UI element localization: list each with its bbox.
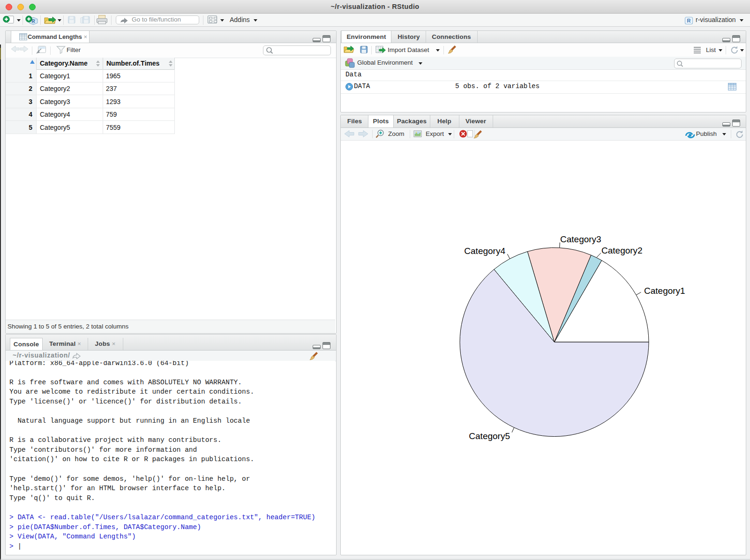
svg-text:Category4: Category4 — [464, 246, 505, 256]
svg-text:Category3: Category3 — [560, 234, 601, 244]
svg-text:Category5: Category5 — [469, 431, 510, 441]
svg-text:Category2: Category2 — [601, 246, 643, 255]
svg-text:R: R — [32, 19, 36, 24]
svg-text:R: R — [687, 18, 691, 23]
svg-text:Category1: Category1 — [644, 286, 685, 296]
